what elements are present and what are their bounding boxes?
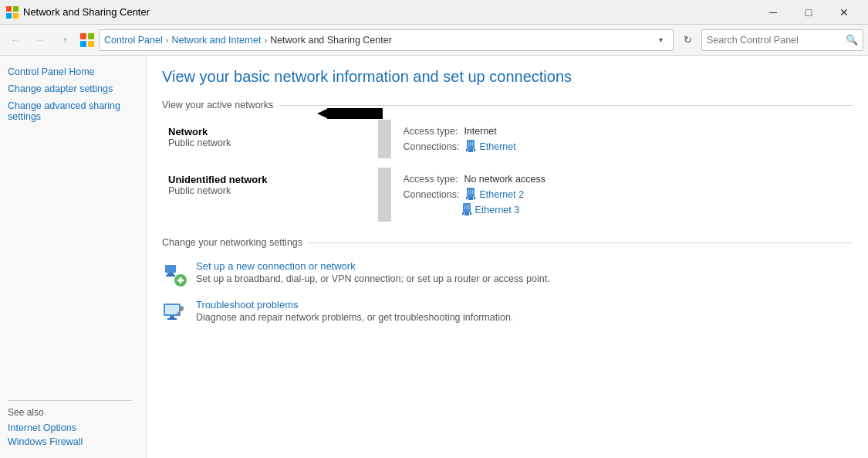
app-icon xyxy=(6,6,19,19)
ethernet-link[interactable]: Ethernet xyxy=(465,140,515,154)
svg-rect-2 xyxy=(6,13,12,19)
network-1-access-value: Internet xyxy=(464,126,496,137)
minimize-button[interactable]: ─ xyxy=(755,0,791,25)
troubleshoot-desc: Diagnose and repair network problems, or… xyxy=(196,312,853,323)
svg-rect-27 xyxy=(466,205,467,209)
svg-rect-9 xyxy=(468,149,473,152)
network-2-name: Unidentified network xyxy=(168,174,372,185)
svg-rect-6 xyxy=(80,41,86,47)
network-2-access-label: Access type: xyxy=(404,174,458,185)
ethernet-2-icon xyxy=(465,188,476,202)
svg-rect-17 xyxy=(466,197,468,199)
sidebar-link-internet-options[interactable]: Internet Options xyxy=(8,421,146,435)
setup-connection-desc: Set up a broadband, dial-up, or VPN conn… xyxy=(196,273,853,284)
svg-rect-38 xyxy=(167,318,177,320)
breadcrumb-control-panel[interactable]: Control Panel xyxy=(104,35,163,46)
change-networking-label: Change your networking settings xyxy=(162,237,302,248)
up-button[interactable]: ↑ xyxy=(54,29,76,51)
network-2-name-cell: Unidentified network Public network xyxy=(162,168,378,222)
svg-rect-11 xyxy=(474,149,475,151)
window-title: Network and Sharing Center xyxy=(23,6,150,18)
svg-rect-36 xyxy=(165,305,179,314)
network-row-2: Unidentified network Public network Acce… xyxy=(162,168,853,222)
close-button[interactable]: ✕ xyxy=(826,0,862,25)
title-bar: Network and Sharing Center ─ □ ✕ xyxy=(0,0,868,25)
network-2-access-row: Access type: No network access xyxy=(404,174,847,185)
svg-rect-3 xyxy=(13,13,19,19)
svg-rect-18 xyxy=(474,197,475,199)
svg-rect-7 xyxy=(88,41,94,47)
page-title: View your basic network information and … xyxy=(162,68,853,86)
see-also-label: See also xyxy=(8,407,146,418)
search-icon: 🔍 xyxy=(846,34,858,46)
svg-rect-37 xyxy=(170,316,174,318)
svg-rect-4 xyxy=(80,33,86,39)
search-input[interactable] xyxy=(707,35,846,46)
network-row-1: Network Public network Access type: Inte… xyxy=(162,120,853,158)
sidebar-link-control-panel-home[interactable]: Control Panel Home xyxy=(8,65,146,79)
troubleshoot-icon xyxy=(162,300,187,325)
svg-rect-34 xyxy=(180,277,182,283)
svg-rect-23 xyxy=(464,212,469,215)
refresh-button[interactable]: ↻ xyxy=(677,29,698,51)
action-troubleshoot-content: Troubleshoot problems Diagnose and repai… xyxy=(196,299,853,323)
ethernet-2-link[interactable]: Ethernet 2 xyxy=(465,188,524,202)
main-layout: Control Panel Home Change adapter settin… xyxy=(0,56,868,458)
action-row-troubleshoot: Troubleshoot problems Diagnose and repai… xyxy=(162,299,853,325)
content-area: View your basic network information and … xyxy=(147,56,868,458)
svg-rect-28 xyxy=(468,205,469,209)
network-divider-2 xyxy=(378,168,391,222)
active-networks-divider xyxy=(279,105,853,106)
svg-rect-20 xyxy=(471,190,471,194)
setup-connection-icon xyxy=(162,262,187,287)
network-spacer-row xyxy=(162,158,853,168)
setup-connection-link[interactable]: Set up a new connection or network xyxy=(196,260,356,272)
svg-rect-16 xyxy=(468,197,473,200)
maximize-button[interactable]: □ xyxy=(791,0,826,25)
networks-table: Network Public network Access type: Inte… xyxy=(162,120,853,222)
svg-rect-24 xyxy=(462,212,464,215)
active-networks-label: View your active networks xyxy=(162,100,273,110)
breadcrumb: Control Panel › Network and Internet › N… xyxy=(99,29,674,51)
sidebar-divider xyxy=(8,400,132,401)
forward-button[interactable]: → xyxy=(29,29,51,51)
control-panel-icon xyxy=(80,33,94,47)
network-divider-1 xyxy=(378,120,391,158)
svg-rect-25 xyxy=(470,212,471,215)
ethernet-icon xyxy=(465,140,476,154)
network-2-connection-1-row: Connections: xyxy=(404,188,847,202)
network-1-connections-label: Connections: xyxy=(404,141,460,152)
breadcrumb-dropdown-button[interactable]: ▾ xyxy=(653,31,668,49)
action-setup-content: Set up a new connection or network Set u… xyxy=(196,260,853,284)
svg-rect-1 xyxy=(13,6,19,12)
network-2-type: Public network xyxy=(168,185,372,196)
ethernet-2-link-label: Ethernet 2 xyxy=(479,189,524,200)
svg-rect-10 xyxy=(466,149,468,151)
back-button[interactable]: ← xyxy=(5,29,26,51)
network-1-access-label: Access type: xyxy=(404,126,458,137)
network-1-name: Network xyxy=(168,126,372,137)
network-1-access-row: Access type: Internet xyxy=(404,126,847,137)
breadcrumb-network-internet[interactable]: Network and Internet xyxy=(171,35,261,46)
troubleshoot-link[interactable]: Troubleshoot problems xyxy=(196,299,298,310)
sidebar-link-change-advanced[interactable]: Change advanced sharing settings xyxy=(8,99,146,124)
svg-rect-0 xyxy=(6,6,12,12)
sidebar-link-change-adapter[interactable]: Change adapter settings xyxy=(8,82,146,96)
ethernet-3-link[interactable]: Ethernet 3 xyxy=(461,203,520,217)
see-also-section: See also Internet Options Windows Firewa… xyxy=(8,386,146,449)
active-networks-header: View your active networks xyxy=(162,100,853,110)
network-1-type: Public network xyxy=(168,137,372,148)
title-bar-controls: ─ □ ✕ xyxy=(755,0,862,25)
svg-rect-30 xyxy=(167,273,174,275)
address-bar: ← → ↑ Control Panel › Network and Intern… xyxy=(0,25,868,56)
svg-rect-26 xyxy=(464,205,465,209)
breadcrumb-sep-1: › xyxy=(164,36,171,45)
search-box[interactable]: 🔍 xyxy=(701,29,863,51)
setup-connection-svg xyxy=(162,262,187,287)
sidebar-link-windows-firewall[interactable]: Windows Firewall xyxy=(8,435,146,449)
network-2-access-value: No network access xyxy=(464,174,545,185)
ethernet-link-label: Ethernet xyxy=(479,141,515,152)
network-2-connection-2-row: Ethernet 3 xyxy=(461,203,847,217)
breadcrumb-current: Network and Sharing Center xyxy=(270,35,392,46)
svg-rect-19 xyxy=(468,190,469,194)
